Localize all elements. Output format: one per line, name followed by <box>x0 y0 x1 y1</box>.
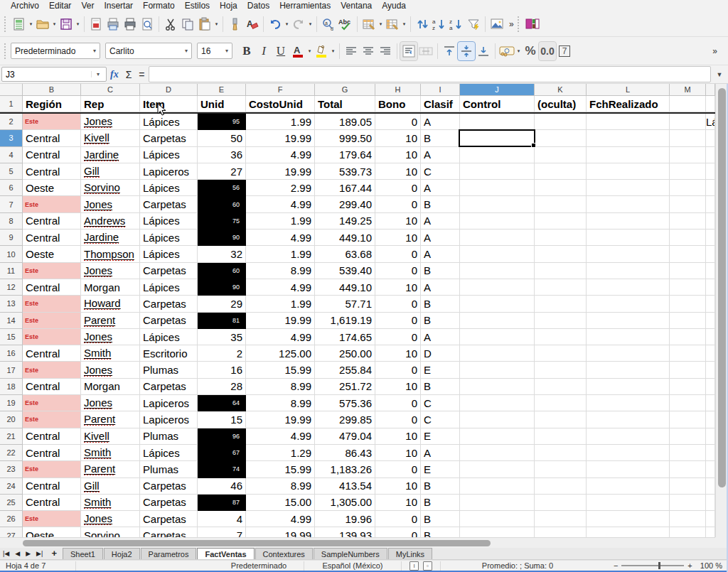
menu-item-estilos[interactable]: Estilos <box>180 1 215 11</box>
column-header-J[interactable]: J <box>460 84 535 96</box>
horizontal-scrollbar[interactable] <box>0 537 715 548</box>
zoom-slider[interactable] <box>621 565 684 566</box>
cell-control[interactable] <box>460 246 535 262</box>
row-header-20[interactable]: 20 <box>0 411 23 428</box>
language-status[interactable]: Español (México) <box>304 561 402 571</box>
cell-m[interactable] <box>670 527 706 537</box>
cell-unid[interactable]: 27 <box>198 163 246 180</box>
cell-item[interactable]: Carpetas <box>140 379 198 395</box>
cell-control[interactable] <box>460 279 535 296</box>
new-dropdown[interactable]: ▾ <box>28 21 34 27</box>
cell-control[interactable] <box>460 196 535 212</box>
cell-control[interactable] <box>460 329 535 345</box>
find-replace-icon[interactable]: ad <box>320 15 337 33</box>
sheet-position[interactable]: Hoja 4 de 7 <box>0 561 76 571</box>
cell-rep[interactable]: Morgan <box>81 279 140 296</box>
column-header-H[interactable]: H <box>375 84 421 96</box>
align-top-icon[interactable] <box>441 42 458 60</box>
row-header-23[interactable]: 23 <box>0 461 23 477</box>
cell-unid[interactable]: 60 <box>198 263 246 279</box>
sheet-tab-parametros[interactable]: Parametros <box>141 548 197 559</box>
cell-unid[interactable]: 50 <box>198 130 246 146</box>
cell-rep[interactable]: Jones <box>81 196 140 212</box>
cell-oculta[interactable] <box>535 263 587 279</box>
cell-costounid[interactable]: 4.99 <box>246 230 315 246</box>
menu-item-archivo[interactable]: Archivo <box>6 1 44 11</box>
cell-clasif[interactable]: A <box>421 230 460 246</box>
row-header-17[interactable]: 17 <box>0 362 23 378</box>
cell-bono[interactable]: 10 <box>375 428 421 445</box>
cell-bono[interactable]: 10 <box>375 345 421 362</box>
cell-unid[interactable]: 29 <box>198 296 246 312</box>
cell-partial[interactable] <box>706 147 715 163</box>
page-style-status[interactable]: Predeterminado <box>214 561 304 571</box>
cell-region[interactable]: Oeste <box>23 180 81 196</box>
cell-region[interactable]: Oeste <box>23 246 81 262</box>
add-sheet-button[interactable]: + <box>46 548 63 559</box>
cell-total[interactable]: 179.64 <box>315 147 375 163</box>
cell-unid[interactable]: 36 <box>198 147 246 163</box>
row-header-21[interactable]: 21 <box>0 428 23 445</box>
cell-clasif[interactable]: A <box>421 329 460 345</box>
menu-item-ver[interactable]: Ver <box>76 1 99 11</box>
cell-partial[interactable] <box>706 163 715 180</box>
wrap-text-icon[interactable] <box>400 42 417 60</box>
equals-icon[interactable]: = <box>139 69 144 80</box>
cell-rep[interactable]: Parent <box>81 411 140 428</box>
cell-m[interactable] <box>670 263 706 279</box>
row-header-13[interactable]: 13 <box>0 296 23 312</box>
font-name-select[interactable]: Carlito▾ <box>105 43 192 59</box>
cell-total[interactable]: 63.68 <box>315 246 375 262</box>
cell-bono[interactable]: 0 <box>375 511 421 527</box>
cell-control[interactable] <box>460 478 535 495</box>
cell-item[interactable]: Lápices <box>140 246 198 262</box>
cell-region[interactable]: Central <box>23 478 81 495</box>
cell-partial[interactable] <box>706 461 715 477</box>
date-format-button[interactable]: 7 <box>556 42 573 60</box>
cell-m[interactable] <box>670 461 706 477</box>
row-header-8[interactable]: 8 <box>0 213 23 230</box>
cell-m[interactable] <box>670 379 706 395</box>
font-color-dropdown[interactable]: ▾ <box>306 48 313 54</box>
cell-m[interactable] <box>670 163 706 180</box>
cell-oculta[interactable] <box>535 147 587 163</box>
print-icon[interactable] <box>105 15 122 33</box>
header-cell-oculta[interactable]: (oculta) <box>535 96 587 112</box>
cell-item[interactable]: Lápices <box>140 147 198 163</box>
cell-unid[interactable]: 28 <box>198 379 246 395</box>
header-cell-unid[interactable]: Unid <box>198 96 246 112</box>
cell-m[interactable] <box>670 114 706 130</box>
cell-oculta[interactable] <box>535 279 587 296</box>
cell-bono[interactable]: 10 <box>375 147 421 163</box>
cell-total[interactable]: 1,619.19 <box>315 313 375 329</box>
menu-item-herramientas[interactable]: Herramientas <box>274 1 336 11</box>
cell-rep[interactable]: Sorvino <box>81 527 140 537</box>
menu-item-datos[interactable]: Datos <box>242 1 274 11</box>
row-header-1[interactable]: 1 <box>0 96 23 112</box>
cell-region[interactable]: Central <box>23 445 81 461</box>
cell-control[interactable] <box>460 114 535 130</box>
cell-oculta[interactable] <box>535 362 587 378</box>
cell-unid[interactable]: 90 <box>198 230 246 246</box>
cell-control[interactable] <box>460 180 535 196</box>
cell-oculta[interactable] <box>535 246 587 262</box>
cell-region[interactable]: Este <box>23 329 81 345</box>
copy-icon[interactable] <box>179 15 196 33</box>
row-header-22[interactable]: 22 <box>0 445 23 461</box>
row-header-14[interactable]: 14 <box>0 313 23 329</box>
cell-item[interactable]: Carpetas <box>140 495 198 511</box>
cell-total[interactable]: 1,183.26 <box>315 461 375 477</box>
cell-unid[interactable]: 90 <box>198 279 246 296</box>
menu-item-ventana[interactable]: Ventana <box>336 1 377 11</box>
save-dropdown[interactable]: ▾ <box>75 21 81 27</box>
cell-unid[interactable]: 7 <box>198 527 246 537</box>
cell-region[interactable]: Este <box>23 196 81 212</box>
clone-formatting-icon[interactable] <box>226 15 243 33</box>
cell-m[interactable] <box>670 428 706 445</box>
cell-item[interactable]: Plumas <box>140 461 198 477</box>
column-header-M[interactable]: M <box>670 84 706 96</box>
cell-total[interactable]: 149.25 <box>315 213 375 230</box>
cell-partial[interactable] <box>706 495 715 511</box>
cell-unid[interactable]: 87 <box>198 495 246 511</box>
cell-clasif[interactable]: B <box>421 495 460 511</box>
